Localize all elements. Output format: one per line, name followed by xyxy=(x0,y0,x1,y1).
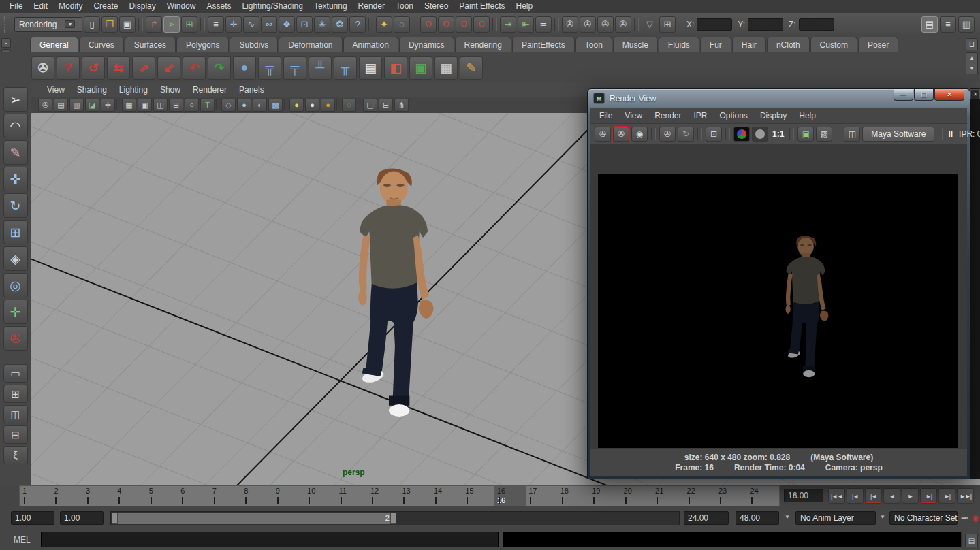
frame-cell[interactable]: 20 xyxy=(621,486,652,506)
share-icon[interactable]: ⋔ xyxy=(394,99,409,112)
collapse-arrow[interactable]: ▽ xyxy=(642,16,658,33)
frame-cell[interactable]: 17 xyxy=(526,486,557,506)
animation-end-input[interactable] xyxy=(736,511,779,525)
play-forwards-button[interactable]: ► xyxy=(902,488,919,504)
render-settings-button[interactable]: ✇ xyxy=(615,16,631,33)
move-tool[interactable]: ✜ xyxy=(3,167,28,191)
shelf-tab[interactable]: Poser xyxy=(858,37,898,52)
multi-pane-icon[interactable]: ⊟ xyxy=(379,99,393,112)
frame-cell[interactable]: 15 xyxy=(462,486,494,506)
refresh-ipr-button[interactable]: ↻ xyxy=(678,127,694,142)
viewport-menu-item[interactable]: Show xyxy=(154,83,187,97)
snap-to-plane-button[interactable]: Ω xyxy=(473,16,490,33)
undo-icon[interactable]: ↶ xyxy=(183,56,206,80)
character-set-select[interactable]: No Character Set xyxy=(889,511,958,525)
group-icon[interactable]: ╦ xyxy=(258,56,281,80)
shelf-tab[interactable]: Curves xyxy=(79,37,124,52)
step-forward-frame-button[interactable]: ►| xyxy=(938,488,955,504)
maximize-button[interactable]: ▢ xyxy=(914,89,934,101)
playback-end-input[interactable] xyxy=(684,511,729,525)
frame-cell[interactable]: 5 xyxy=(146,486,178,506)
camera-orbit-icon[interactable]: ↺ xyxy=(82,56,105,80)
lock-selection-button[interactable]: ✦ xyxy=(376,16,392,33)
bookmark-icon[interactable]: ▥ xyxy=(69,99,84,112)
menu-item[interactable]: Edit xyxy=(28,0,53,13)
frame-cell[interactable]: 3 xyxy=(83,486,114,506)
menu-item[interactable]: Texturing xyxy=(309,0,353,13)
frame-cell[interactable]: 18 xyxy=(558,486,589,506)
mel-toggle[interactable]: MEL xyxy=(5,530,37,550)
save-scene-button[interactable]: ▣ xyxy=(119,16,136,33)
trash-icon[interactable]: ⊔ xyxy=(966,38,978,50)
x-input[interactable] xyxy=(697,18,732,31)
animation-start-input[interactable] xyxy=(60,511,104,525)
menu-item[interactable]: Toon xyxy=(390,0,419,13)
delete-history-icon[interactable]: ● xyxy=(233,56,256,80)
attribute-editor-toggle[interactable]: ▤ xyxy=(921,16,938,33)
select-tool[interactable]: ➢ xyxy=(3,87,28,112)
tool-settings-toggle[interactable]: ≡ xyxy=(940,16,956,33)
close-icon[interactable]: ✕ xyxy=(970,89,980,99)
image-plane-icon[interactable]: ◪ xyxy=(85,99,99,112)
redo-icon[interactable]: ↷ xyxy=(208,56,231,80)
remove-image-button[interactable]: ▨ xyxy=(816,127,832,142)
mel-command-input[interactable] xyxy=(41,532,499,547)
viewport-menu-item[interactable]: Renderer xyxy=(187,83,233,97)
menu-item[interactable]: Stereo xyxy=(419,0,454,13)
select-object-mode-button[interactable]: ➢ xyxy=(163,16,180,33)
smooth-shade-icon[interactable]: ● xyxy=(237,99,251,112)
playback-start-input[interactable] xyxy=(11,511,54,525)
default-light-icon[interactable]: ● xyxy=(289,99,304,112)
alpha-channel-button[interactable] xyxy=(752,127,768,142)
frame-cell[interactable]: 9 xyxy=(273,486,304,506)
render-view-menu-item[interactable]: Render xyxy=(648,108,687,123)
go-to-end-button[interactable]: ►►| xyxy=(957,488,974,504)
safe-action-icon[interactable]: ○ xyxy=(185,99,199,112)
snap-to-point-button[interactable]: Ω xyxy=(456,16,472,33)
redo-previous-render-button[interactable]: ✇ xyxy=(613,127,629,142)
range-start-handle[interactable] xyxy=(112,513,118,524)
range-slider-track[interactable]: 1 24 xyxy=(110,511,680,525)
menu-item[interactable]: Lighting/Shading xyxy=(236,0,308,13)
snap-to-curve-button[interactable]: Ω xyxy=(438,16,454,33)
flat-shade-icon[interactable]: ◐ xyxy=(253,99,267,112)
current-time-input[interactable] xyxy=(784,489,823,502)
field-chart-icon[interactable]: ⊞ xyxy=(169,99,183,112)
menu-item[interactable]: Modify xyxy=(53,0,88,13)
frame-cell[interactable]: 23 xyxy=(716,486,747,506)
frame-cell[interactable]: 8 xyxy=(241,486,272,506)
frame-cell[interactable]: 2 xyxy=(51,486,82,506)
combine-icon[interactable]: ▦ xyxy=(434,56,458,80)
menu-item[interactable]: Render xyxy=(353,0,390,13)
renderer-select[interactable]: Maya Software xyxy=(862,127,934,142)
mask-surfaces-button[interactable]: ❖ xyxy=(279,16,295,33)
z-input[interactable] xyxy=(799,18,834,31)
snap-to-grid-button[interactable]: Ω xyxy=(420,16,437,33)
select-component-mode-button[interactable]: ⊞ xyxy=(181,16,197,33)
construction-history-button[interactable]: ≣ xyxy=(535,16,552,33)
menu-item[interactable]: Create xyxy=(88,0,123,13)
frame-cell[interactable]: 16 16 xyxy=(494,486,526,506)
isolate-select-icon[interactable]: ▣ xyxy=(409,56,432,80)
script-editor-icon[interactable]: ▤ xyxy=(965,534,978,547)
auto-keyframe-icon[interactable]: ◉ xyxy=(970,512,980,524)
safe-title-icon[interactable]: T xyxy=(200,99,215,112)
shelf-scroll-up-icon[interactable]: ▲ xyxy=(966,53,977,63)
frame-cell[interactable]: 13 xyxy=(399,486,430,506)
render-view-menu-item[interactable]: Help xyxy=(793,108,822,123)
frame-cell[interactable]: 19 xyxy=(589,486,620,506)
shelf-tab[interactable]: Subdivs xyxy=(230,37,278,52)
render-current-frame-button[interactable]: ✇ xyxy=(580,16,596,33)
gold-light-icon[interactable]: ● xyxy=(321,99,335,112)
isolate-icon[interactable]: ▢ xyxy=(363,99,377,112)
shelf-scroll-down-icon[interactable]: ▼ xyxy=(966,63,977,74)
graph-persp-layout-button[interactable]: ⊟ xyxy=(3,425,28,444)
new-scene-button[interactable]: ▯ xyxy=(84,16,100,33)
camera-pan-icon[interactable]: ⇆ xyxy=(107,56,130,80)
input-connections-button[interactable]: ⇥ xyxy=(500,16,516,33)
minimize-button[interactable]: — xyxy=(894,89,913,101)
lasso-select-tool[interactable]: ◠ xyxy=(3,114,28,138)
render-view-menu-item[interactable]: IPR xyxy=(688,108,714,123)
parent-icon[interactable]: ╤ xyxy=(283,56,306,80)
shelf-tab[interactable]: Fluids xyxy=(659,37,699,52)
